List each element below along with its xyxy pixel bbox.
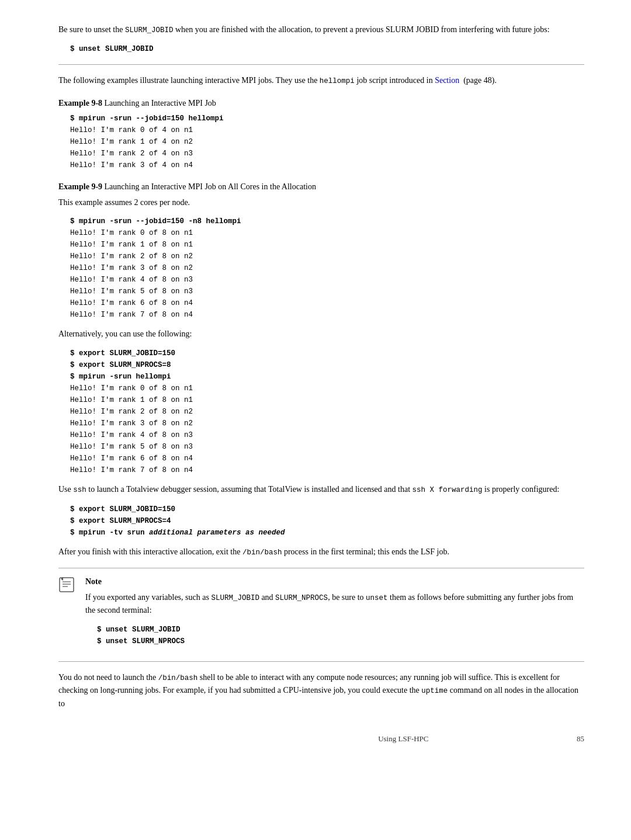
alt-output-line-1: Hello! I'm rank 0 of 8 on n1 <box>70 383 584 394</box>
tv-cmd-3-italic: additional parameters as needed <box>149 529 285 537</box>
page-footer: Using LSF-HPC 85 <box>58 733 584 745</box>
example-98-output-line-4: Hello! I'm rank 3 of 4 on n4 <box>70 159 584 171</box>
alt-cmd-3: $ mpirun -srun hellompi <box>70 371 584 383</box>
section-link[interactable]: Section <box>435 76 459 85</box>
af-text1: After you finish with this interactive a… <box>58 547 242 556</box>
tv-text1: Use <box>58 485 73 494</box>
example-99-output-line-5: Hello! I'm rank 4 of 8 on n3 <box>70 274 584 286</box>
note-title: Note <box>85 575 584 588</box>
examples-intro-text2: job script introduced in <box>355 76 435 85</box>
footer-left: Using LSF-HPC 85 <box>378 733 584 745</box>
alt-cmd-2: $ export SLURM_NPROCS=8 <box>70 359 584 371</box>
alt-output-line-8: Hello! I'm rank 7 of 8 on n4 <box>70 464 584 476</box>
tv-cmd-3: $ mpirun -tv srun additional parameters … <box>70 527 584 539</box>
example-99-output-line-7: Hello! I'm rank 6 of 8 on n4 <box>70 297 584 309</box>
divider-1 <box>58 64 584 65</box>
note-text3: , be sure to <box>328 593 366 602</box>
totalview-code-block: $ export SLURM_JOBID=150 $ export SLURM_… <box>58 504 584 539</box>
tv-cmd-1: $ export SLURM_JOBID=150 <box>70 504 584 515</box>
example-99-cmd: $ mpirun -srun --jobid=150 -n8 hellompi <box>70 216 584 227</box>
page-content: Be sure to unset the SLURM_JOBID when yo… <box>58 23 584 745</box>
example-98-label: Example 9-8 Launching an Interactive MPI… <box>58 97 584 109</box>
example-98-output-line-3: Hello! I'm rank 2 of 4 on n3 <box>70 148 584 159</box>
tv-code1: ssh <box>73 486 86 494</box>
example-98-output-line-1: Hello! I'm rank 0 of 4 on n1 <box>70 124 584 136</box>
note-svg-icon <box>58 577 75 593</box>
fp-code1: /bin/bash <box>158 674 198 682</box>
note-code1: SLURM_JOBID <box>211 594 259 602</box>
unset-slurm-jobid-block: $ unset SLURM_JOBID <box>58 43 584 55</box>
tv-text3: is properly configured: <box>483 485 560 494</box>
example-98-number: Example 9-8 <box>58 99 102 107</box>
note-paragraph: If you exported any variables, such as S… <box>85 591 584 617</box>
alternatively-text: Alternatively, you can use the following… <box>58 328 584 341</box>
example-99-label: Example 9-9 Launching an Interactive MPI… <box>58 181 584 193</box>
alt-output-line-6: Hello! I'm rank 5 of 8 on n3 <box>70 441 584 453</box>
examples-intro-code1: hellompi <box>320 77 355 85</box>
intro-text2: when you are finished with the allocatio… <box>173 25 549 34</box>
svg-rect-0 <box>60 578 74 592</box>
alt-output-line-7: Hello! I'm rank 6 of 8 on n4 <box>70 453 584 464</box>
af-text2: process in the first terminal; this ends… <box>282 547 449 556</box>
example-99-subtitle: This example assumes 2 cores per node. <box>58 196 584 209</box>
final-paragraph: You do not need to launch the /bin/bash … <box>58 671 584 710</box>
alt-output-line-3: Hello! I'm rank 2 of 8 on n2 <box>70 406 584 418</box>
example-99-output-line-8: Hello! I'm rank 7 of 8 on n4 <box>70 309 584 321</box>
examples-intro-pageref: (page 48). <box>463 76 497 85</box>
tv-code2: ssh X forwarding <box>412 486 483 494</box>
note-code-block: $ unset SLURM_JOBID $ unset SLURM_NPROCS <box>85 624 584 647</box>
alt-output-line-2: Hello! I'm rank 1 of 8 on n1 <box>70 394 584 406</box>
example-99-output-line-2: Hello! I'm rank 1 of 8 on n1 <box>70 239 584 251</box>
alt-cmd-1: $ export SLURM_JOBID=150 <box>70 348 584 359</box>
alternatively-code-block: $ export SLURM_JOBID=150 $ export SLURM_… <box>58 348 584 476</box>
note-text1: If you exported any variables, such as <box>85 593 211 602</box>
intro-text1: Be sure to unset the <box>58 25 125 34</box>
note-cmd-1: $ unset SLURM_JOBID <box>97 624 584 636</box>
example-99-number: Example 9-9 <box>58 182 102 191</box>
tv-cmd-2: $ export SLURM_NPROCS=4 <box>70 515 584 527</box>
note-icon <box>58 577 77 596</box>
example-98-cmd: $ mpirun -srun --jobid=150 hellompi <box>70 113 584 124</box>
example-99-code-block: $ mpirun -srun --jobid=150 -n8 hellompi … <box>58 216 584 321</box>
alt-output-line-4: Hello! I'm rank 3 of 8 on n2 <box>70 418 584 429</box>
intro-code1: SLURM_JOBID <box>125 26 174 34</box>
example-98-code-block: $ mpirun -srun --jobid=150 hellompi Hell… <box>58 113 584 171</box>
totalview-paragraph: Use ssh to launch a Totalview debugger s… <box>58 483 584 496</box>
alt-output-line-5: Hello! I'm rank 4 of 8 on n3 <box>70 429 584 441</box>
note-text2: and <box>259 593 275 602</box>
example-99-output-line-4: Hello! I'm rank 3 of 8 on n2 <box>70 262 584 274</box>
example-99-title: Launching an Interactive MPI Job on All … <box>102 182 316 191</box>
example-99-output-line-6: Hello! I'm rank 5 of 8 on n3 <box>70 286 584 297</box>
intro-paragraph: Be sure to unset the SLURM_JOBID when yo… <box>58 23 584 36</box>
tv-text2: to launch a Totalview debugger session, … <box>86 485 412 494</box>
fp-text1: You do not need to launch the <box>58 673 158 682</box>
fp-code2: uptime <box>421 687 448 695</box>
note-code3: unset <box>366 594 388 602</box>
example-99-output-line-3: Hello! I'm rank 2 of 8 on n2 <box>70 251 584 262</box>
example-98-output-line-2: Hello! I'm rank 1 of 4 on n2 <box>70 136 584 148</box>
example-99-output-line-1: Hello! I'm rank 0 of 8 on n1 <box>70 227 584 239</box>
note-code2: SLURM_NPROCS <box>275 594 328 602</box>
unset-slurm-jobid-cmd: $ unset SLURM_JOBID <box>70 45 154 53</box>
note-box: Note If you exported any variables, such… <box>58 568 584 662</box>
note-cmd-2: $ unset SLURM_NPROCS <box>97 636 584 647</box>
after-finish-paragraph: After you finish with this interactive a… <box>58 546 584 558</box>
note-content: Note If you exported any variables, such… <box>85 575 584 654</box>
af-code1: /bin/bash <box>242 549 282 557</box>
examples-intro-paragraph: The following examples illustrate launch… <box>58 74 584 87</box>
example-98-title: Launching an Interactive MPI Job <box>102 99 216 107</box>
examples-intro-text1: The following examples illustrate launch… <box>58 76 320 85</box>
